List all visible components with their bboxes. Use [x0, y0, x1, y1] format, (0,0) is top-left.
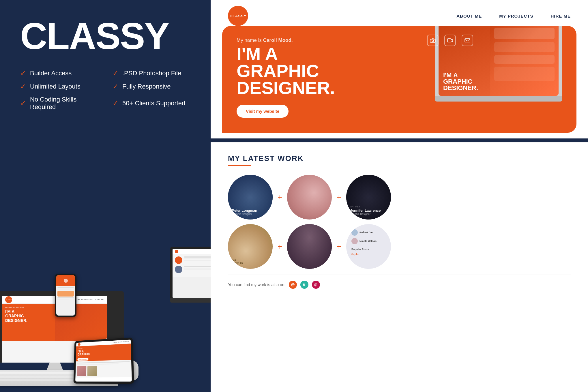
work-circle-3: ARTIFEX Jennifer Lawrence Graphic Design…: [346, 175, 391, 220]
hero-cta-button[interactable]: Visit my website: [237, 105, 289, 118]
laptop-base: [170, 298, 211, 303]
check-icon-1: ✓: [20, 69, 26, 77]
left-panel: CLASSY ✓ Builder Access ✓ .PSD Photoshop…: [0, 0, 211, 392]
social-row-1: Robert Dan: [351, 229, 386, 236]
right-panel: CLASSY ABOUT ME MY PROJECTS HIRE ME: [211, 0, 588, 392]
mini-logo: CLASSY: [5, 296, 12, 303]
section-title: MY LATEST WORK: [228, 154, 571, 163]
laptop-nav: [173, 249, 211, 254]
feature-label-1: Builder Access: [30, 70, 72, 77]
nav-links: ABOUT ME MY PROJECTS HIRE ME: [456, 14, 571, 18]
social-button-2[interactable]: B: [300, 281, 308, 289]
work-circle-5: [287, 224, 332, 269]
section-underline: [228, 165, 251, 166]
hero-icons: [427, 35, 473, 46]
svg-text:B: B: [303, 283, 305, 286]
tablet-mockup: ABOUT ME MY PROJECTS A profile I'M AGRAP…: [73, 337, 134, 384]
social-name-2: Nicola Wilson: [359, 240, 377, 243]
website-preview: CLASSY ABOUT ME MY PROJECTS HIRE ME: [211, 0, 588, 138]
phone-logo: [64, 279, 68, 283]
dark-divider: [211, 138, 588, 142]
svg-rect-3: [465, 39, 470, 42]
hero-laptop-right: [490, 26, 559, 96]
email-icon[interactable]: [462, 35, 473, 46]
nav-logo: CLASSY: [228, 6, 248, 26]
plus-2: +: [332, 175, 346, 220]
bottom-divider: [228, 275, 571, 275]
brand-title: CLASSY: [20, 17, 193, 55]
devices-area: CLASSY ABOUT ME MY PROJECTS HIRE ME My n…: [0, 144, 211, 392]
social-popular: Popular Posts: [351, 248, 386, 251]
tablet-hero: A profile I'M AGRAPHIC Visit my website: [76, 344, 131, 361]
feature-label-4: Fully Responsive: [122, 83, 171, 90]
feature-item-3: ✓ Unlimited Layouts: [20, 82, 101, 91]
svg-point-1: [432, 40, 434, 42]
video-icon[interactable]: [444, 35, 456, 46]
nav-link-hire[interactable]: HIRE ME: [550, 14, 571, 18]
check-icon-6: ✓: [113, 99, 118, 107]
work-label-3: ARTIFEX: [350, 205, 387, 208]
laptop-text-2: [184, 266, 211, 273]
features-grid: ✓ Builder Access ✓ .PSD Photoshop File ✓…: [20, 69, 193, 111]
social-row-2: Nicola Wilson: [351, 238, 386, 244]
phone-hero: [56, 275, 75, 286]
check-icon-4: ✓: [113, 82, 118, 91]
hero-heading: I'M A GRAPHIC DESIGNER.: [237, 46, 415, 97]
nav-link-about[interactable]: ABOUT ME: [456, 14, 482, 18]
phone-mockup: [55, 274, 76, 317]
tablet-content: [75, 360, 132, 378]
footer-text: You can find my work is also on:: [228, 282, 285, 287]
work-circle-1: Peter Longman Graphic Designer: [228, 175, 273, 220]
social-button-3[interactable]: [312, 281, 320, 289]
work-name-3: Jennifer Lawrence: [350, 209, 387, 213]
laptop-text-1: [184, 256, 211, 264]
check-icon-5: ✓: [20, 99, 26, 107]
social-name-1: Robert Dan: [359, 231, 374, 234]
bottom-section: MY LATEST WORK Peter Longman Graphic Des…: [211, 142, 588, 392]
social-button-1[interactable]: [289, 281, 297, 289]
camera-icon[interactable]: [427, 35, 439, 46]
svg-rect-2: [447, 39, 451, 42]
feature-item-2: ✓ .PSD Photoshop File: [113, 69, 193, 77]
feature-item-1: ✓ Builder Access: [20, 69, 101, 77]
feature-label-3: Unlimited Layouts: [30, 83, 80, 90]
hero-laptop-bottom: [435, 96, 562, 102]
phone-content: [56, 286, 75, 301]
preview-nav: CLASSY ABOUT ME MY PROJECTS HIRE ME: [211, 0, 588, 32]
hero-tagline: My name is Caroll Mood.: [237, 37, 415, 43]
laptop-content: [173, 254, 211, 277]
laptop-mockup: [170, 247, 211, 303]
work-circle-4: DaMock-up: [228, 224, 273, 269]
plus-3: +: [273, 224, 287, 269]
feature-label-5: No Coding Skills Required: [30, 96, 101, 111]
phone-screen: [56, 275, 75, 316]
work-row-1: Peter Longman Graphic Designer + + ARTIF…: [228, 175, 571, 220]
feature-item-4: ✓ Fully Responsive: [113, 82, 193, 91]
social-explore: Explo...: [351, 253, 386, 256]
laptop-avatar-2: [175, 266, 182, 273]
work-role-3: Graphic Designer: [350, 213, 387, 215]
feature-item-6: ✓ 50+ Clients Supported: [113, 96, 193, 111]
work-name-1: Peter Longman: [232, 209, 269, 213]
laptop-card-2: [175, 266, 211, 273]
work-circle-6: Robert Dan Nicola Wilson Popular Posts E…: [346, 224, 391, 269]
plus-1: +: [273, 175, 287, 220]
tablet-logo: [78, 343, 80, 346]
check-icon-2: ✓: [113, 69, 118, 77]
laptop-avatar-1: [175, 256, 182, 264]
plus-4: +: [332, 224, 346, 269]
feature-item-5: ✓ No Coding Skills Required: [20, 96, 101, 111]
nav-link-projects[interactable]: MY PROJECTS: [499, 14, 533, 18]
feature-label-2: .PSD Photoshop File: [122, 70, 181, 77]
check-icon-3: ✓: [20, 82, 26, 91]
laptop-screen: [173, 249, 211, 298]
footer-bar: You can find my work is also on: B: [228, 278, 571, 289]
laptop-logo: [175, 250, 178, 253]
laptop-card-1: [175, 256, 211, 264]
feature-label-6: 50+ Clients Supported: [122, 100, 185, 107]
svg-rect-0: [430, 39, 435, 42]
work-row-2: DaMock-up + + Robert Dan: [228, 224, 571, 269]
work-role-1: Graphic Designer: [232, 213, 269, 215]
monitor-stand: [46, 363, 63, 371]
work-circle-2: [287, 175, 332, 220]
